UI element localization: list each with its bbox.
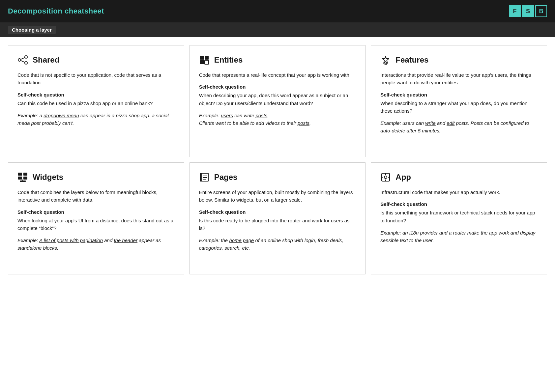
- card-entities-selfcheck-label: Self-check question: [199, 84, 356, 90]
- card-entities-title: Entities: [214, 55, 243, 65]
- card-app-selfcheck-text: Is this something your framework or tech…: [380, 209, 538, 224]
- card-features-example: Example: users can write and edit posts.…: [380, 119, 538, 135]
- card-pages-selfcheck-label: Self-check question: [199, 209, 356, 215]
- card-entities-header: Entities: [199, 55, 356, 65]
- card-features-description: Interactions that provide real-life valu…: [380, 71, 538, 87]
- card-shared-selfcheck-label: Self-check question: [17, 92, 175, 98]
- card-pages-description: Entire screens of your application, buil…: [199, 188, 356, 204]
- card-features: Features Interactions that provide real-…: [371, 45, 547, 157]
- card-features-title: Features: [395, 55, 428, 65]
- widgets-icon: [17, 172, 28, 182]
- card-features-selfcheck-label: Self-check question: [380, 92, 538, 98]
- card-shared-title: Shared: [33, 55, 59, 65]
- svg-rect-6: [205, 56, 209, 60]
- pages-icon: [199, 172, 210, 182]
- card-app-title: App: [395, 173, 411, 182]
- logo-s: S: [522, 5, 534, 17]
- card-pages-example: Example: the home page of an online shop…: [199, 237, 356, 252]
- card-pages-selfcheck-text: Is this code ready to be plugged into th…: [199, 217, 356, 232]
- card-app-description: Infrastructural code that makes your app…: [380, 188, 538, 196]
- svg-rect-10: [18, 173, 22, 176]
- card-widgets: Widgets Code that combines the layers be…: [8, 162, 184, 274]
- card-widgets-header: Widgets: [17, 172, 175, 182]
- svg-rect-13: [23, 177, 27, 180]
- svg-rect-7: [200, 60, 204, 64]
- card-entities-description: Code that represents a real-life concept…: [199, 71, 356, 79]
- card-widgets-title: Widgets: [33, 173, 63, 182]
- card-app: App Infrastructural code that makes your…: [371, 162, 547, 274]
- card-entities-selfcheck-text: When describing your app, does this word…: [199, 92, 356, 107]
- card-pages-header: Pages: [199, 172, 356, 182]
- card-pages-title: Pages: [214, 173, 238, 182]
- card-widgets-description: Code that combines the layers below to f…: [17, 188, 175, 204]
- svg-rect-8: [205, 60, 209, 64]
- card-features-header: Features: [380, 55, 538, 65]
- logo-f: F: [509, 5, 521, 17]
- logo: F S B: [509, 5, 547, 17]
- card-grid: Shared Code that is not specific to your…: [0, 37, 555, 282]
- app-icon: [380, 172, 391, 182]
- entity-icon: [199, 55, 210, 65]
- header-bar: Decomposition cheatsheet F S B: [0, 0, 555, 22]
- svg-rect-14: [20, 181, 26, 182]
- card-app-selfcheck-label: Self-check question: [380, 201, 538, 207]
- svg-rect-11: [23, 173, 27, 176]
- card-shared-selfcheck-text: Can this code be used in a pizza shop ap…: [17, 99, 175, 107]
- svg-rect-5: [200, 56, 204, 60]
- svg-rect-12: [18, 177, 22, 180]
- card-shared-description: Code that is not specific to your applic…: [17, 71, 175, 87]
- svg-point-22: [384, 176, 387, 179]
- card-shared: Shared Code that is not specific to your…: [8, 45, 184, 157]
- card-app-header: App: [380, 172, 538, 182]
- card-features-selfcheck-text: When describing to a stranger what your …: [380, 99, 538, 115]
- card-shared-header: Shared: [17, 55, 175, 65]
- card-app-example: Example: an i18n provider and a router m…: [380, 229, 538, 244]
- card-widgets-selfcheck-label: Self-check question: [17, 209, 175, 215]
- subheader-bar: Choosing a layer: [0, 22, 555, 37]
- svg-point-1: [18, 59, 21, 61]
- card-widgets-example: Example: A list of posts with pagination…: [17, 237, 175, 252]
- svg-point-9: [385, 63, 387, 65]
- svg-point-2: [25, 62, 27, 64]
- logo-b: B: [535, 5, 547, 17]
- feature-icon: [380, 55, 391, 65]
- svg-line-4: [21, 61, 25, 62]
- card-widgets-selfcheck-text: When looking at your app's UI from a dis…: [17, 217, 175, 232]
- card-entities: Entities Code that represents a real-lif…: [190, 45, 366, 157]
- svg-line-3: [21, 58, 25, 59]
- share-icon: [17, 55, 28, 65]
- subheader-label: Choosing a layer: [8, 26, 56, 34]
- svg-point-0: [25, 56, 27, 58]
- card-entities-example: Example: users can write posts.Clients w…: [199, 112, 356, 127]
- card-pages: Pages Entire screens of your application…: [190, 162, 366, 274]
- card-shared-example: Example: a dropdown menu can appear in a…: [17, 112, 175, 127]
- page-title: Decomposition cheatsheet: [8, 7, 104, 15]
